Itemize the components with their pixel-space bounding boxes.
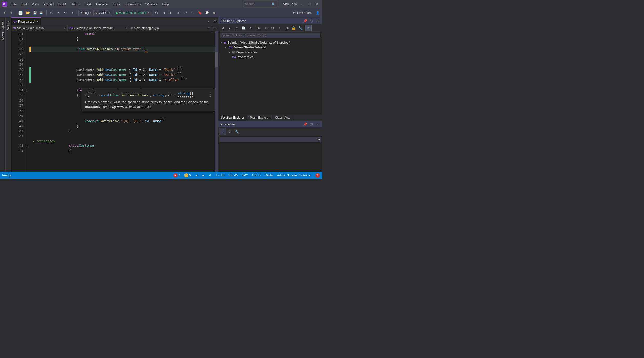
se-refresh-button[interactable]: ↻ [256,25,262,31]
indent-button[interactable]: ⇥ [182,9,189,16]
zoom-status[interactable]: 100 % [264,174,273,177]
menu-window[interactable]: Window [143,2,159,7]
menu-tools[interactable]: Tools [110,2,122,7]
comment-button[interactable]: 💬 [204,9,210,16]
tab-solution-explorer[interactable]: Solution Explorer [218,115,247,121]
project-expand-icon[interactable]: ▼ [224,46,227,49]
back-button[interactable]: ◄ [1,9,8,16]
menu-edit[interactable]: Edit [19,2,29,7]
nav-forward-status[interactable]: ► [202,174,205,177]
se-back-button[interactable]: ◄ [219,25,226,31]
start-button[interactable]: ▶ VisualStudioTutorial ▼ [114,11,151,15]
properties-object-dropdown[interactable] [218,136,322,143]
undo-button[interactable]: ↩ [48,9,54,16]
se-preview-button[interactable]: ↕ [276,25,283,31]
menu-view[interactable]: View [30,2,41,7]
se-scope-button[interactable]: 🔒 [290,25,297,31]
tab-settings-button[interactable]: ⚙ [212,18,218,24]
intellisense-next-icon[interactable]: ▼ [98,94,100,97]
method-dropdown[interactable]: ⊙ Main(string[] args) ▼ [129,25,212,31]
props-pin-button[interactable]: 📌 [303,122,308,127]
menu-file[interactable]: File [9,2,19,7]
se-close-pane-button[interactable]: ✕ [305,25,312,31]
program-cs-node[interactable]: ► C# Program.cs [218,55,322,59]
solution-node[interactable]: ▼ ⊞ Solution 'VisualStudioTorial' (1 of … [218,40,322,45]
bookmark-button[interactable]: 🔖 [197,9,203,16]
se-files-button[interactable]: 📄 [240,25,247,31]
redo-dropdown[interactable]: ▼ [69,9,76,16]
save-all-button[interactable]: 💾+ [39,9,45,16]
debug-config-dropdown[interactable]: Debug ▼ [78,10,93,16]
se-wrench-button[interactable]: 🔧 [297,25,304,31]
minimize-button[interactable]: ─ [299,1,306,7]
props-float-button[interactable]: ⊡ [309,122,314,127]
account-button[interactable]: 👤 [314,9,321,16]
members-button[interactable]: ◈ [175,9,182,16]
history-status[interactable]: ⊙ [209,174,212,177]
menu-test[interactable]: Test [83,2,93,7]
se-float-button[interactable]: ⊡ [309,18,314,23]
namespace-dropdown[interactable]: C# VisualStudioTutorial ▼ [11,25,68,31]
code-editor[interactable]: 23 24 25 26 27 28 29 30 31 32 33 34 35 3… [11,31,218,172]
tab-team-explorer[interactable]: Team Explorer [247,115,272,121]
se-close-button[interactable]: ✕ [315,18,320,23]
source-control-status[interactable]: Add to Source Control ▲ [277,174,311,177]
close-button[interactable]: ✕ [314,1,320,7]
tab-class-view[interactable]: Class View [272,115,293,121]
search-input[interactable] [245,2,270,6]
nav-back-status[interactable]: ◄ [195,174,198,177]
program-cs-tab[interactable]: C# Program.cs* ✕ [11,17,41,25]
vertical-scrollbar[interactable] [215,31,218,172]
warnings-status[interactable]: ⚠ 0 [184,173,191,177]
dep-expand-icon[interactable]: ► [228,51,231,54]
props-wrench-button[interactable]: 🔧 [233,128,240,135]
fold-44[interactable]: [-] [25,143,29,148]
forward-button[interactable]: ► [8,9,15,16]
props-close-button[interactable]: ✕ [315,122,320,127]
properties-select[interactable] [219,137,321,142]
se-home-button[interactable]: ⌂ [233,25,240,31]
notification-badge[interactable]: 1 [315,173,320,178]
open-button[interactable]: 📂 [24,9,31,16]
tab-close-button[interactable]: ✕ [36,20,39,23]
crlf-status[interactable]: CRLF [252,174,260,177]
platform-dropdown[interactable]: Any CPU ▼ [93,10,112,16]
new-file-button[interactable]: 📄 [17,9,24,16]
dependencies-node[interactable]: ► ⊞ Dependencies [218,50,322,55]
nav-add-button[interactable]: + [212,25,218,31]
class-dropdown[interactable]: C# VisualStudioTutorial.Program ▼ [68,25,129,31]
undo-dropdown[interactable]: ▼ [55,9,62,16]
menu-extensions[interactable]: Extensions [122,2,143,7]
se-search-input[interactable] [220,33,320,38]
se-undo-button[interactable]: ↩ [262,25,269,31]
live-share-button[interactable]: ⟳ Live Share [291,10,314,15]
nav-forward-button[interactable]: ► [168,9,174,16]
se-settings-button[interactable]: ⚙ [269,25,276,31]
redo-button[interactable]: ↪ [62,9,69,16]
se-pin-button[interactable]: 📌 [303,18,308,23]
fold-34[interactable]: [-] [25,88,29,93]
toolbox-label[interactable]: Toolbox [6,19,11,31]
solution-expand-icon[interactable]: ▼ [220,41,223,44]
save-button[interactable]: 💾 [32,9,38,16]
menu-project[interactable]: Project [41,2,56,7]
props-categories-button[interactable]: ≡ [219,128,226,135]
code-content[interactable]: break; } File.WriteAllLines("D:\test.txt… [31,31,215,172]
errors-status[interactable]: ✕ 2 [173,173,180,177]
breakpoints-button[interactable]: ⊕ [153,9,160,16]
intellisense-prev-icon[interactable]: ▲ [85,94,87,97]
scrollbar-thumb[interactable] [215,52,218,67]
search-box[interactable]: 🔍 [243,2,279,7]
project-node[interactable]: ▼ C# VisualStudioTutorial [218,45,322,50]
nav-back-button[interactable]: ◄ [161,9,167,16]
se-filter-button[interactable]: ⊙ [283,25,290,31]
tab-list-button[interactable]: ▼ [205,18,211,24]
menu-debug[interactable]: Debug [69,2,82,7]
maximize-button[interactable]: □ [307,1,313,7]
menu-analyze[interactable]: Analyze [94,2,110,7]
server-explorer-label[interactable]: Server Explorer [0,19,5,41]
props-alpha-button[interactable]: AZ [226,128,233,135]
menu-build[interactable]: Build [56,2,68,7]
menu-help[interactable]: Help [160,2,171,7]
se-files-dropdown[interactable]: ▼ [247,25,254,31]
